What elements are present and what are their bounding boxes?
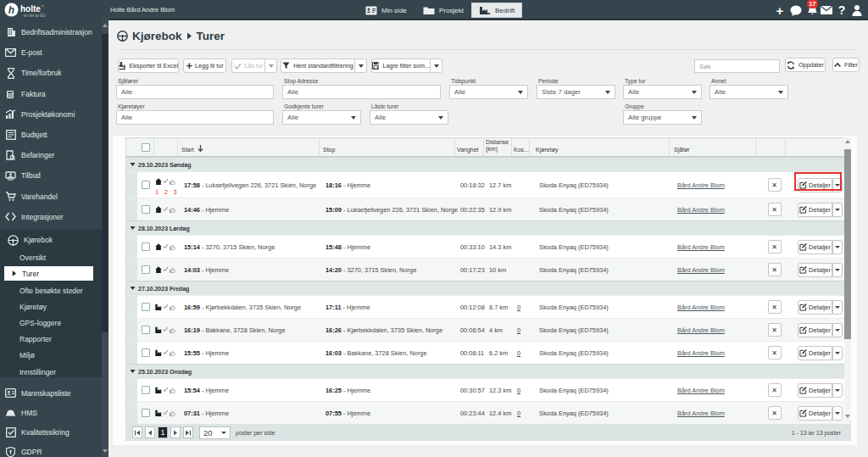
svg-text:h: h	[8, 4, 14, 16]
